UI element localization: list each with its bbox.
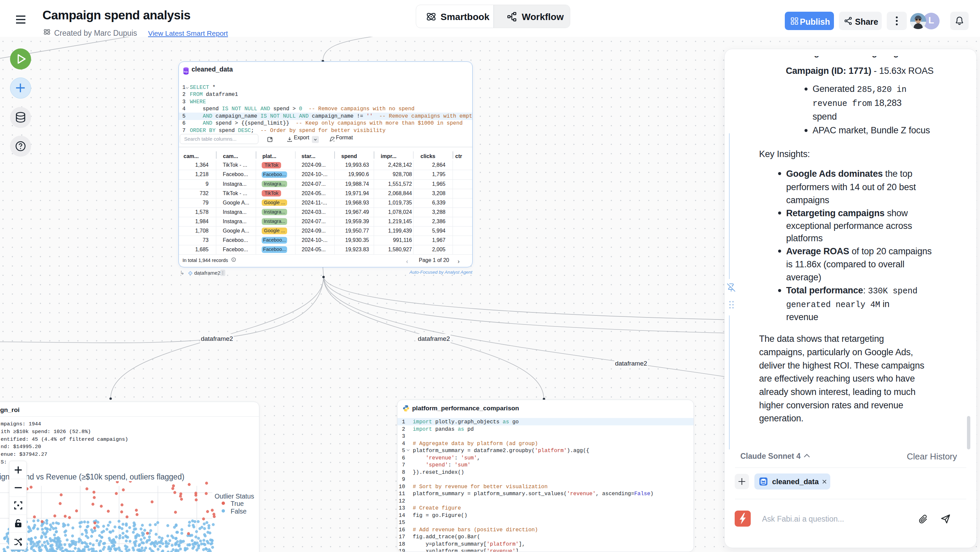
svg-text:Outlier Status: Outlier Status — [215, 493, 254, 500]
svg-text:dataframe2: dataframe2 — [201, 335, 233, 342]
svg-text:dataframe2: dataframe2 — [615, 360, 647, 367]
svg-text:SQL: SQL — [184, 70, 188, 73]
svg-text:True: True — [231, 500, 243, 507]
svg-text:False: False — [231, 507, 247, 515]
svg-text:dataframe2: dataframe2 — [418, 335, 450, 342]
